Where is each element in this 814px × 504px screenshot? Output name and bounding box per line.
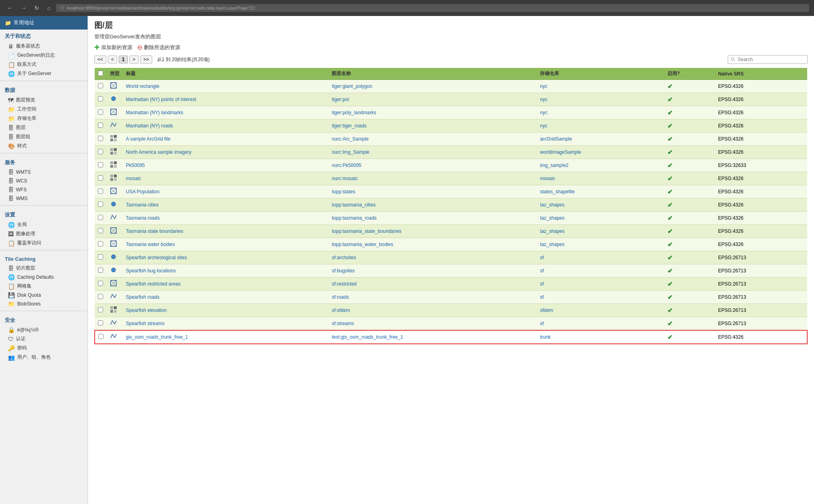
forward-button[interactable]: → — [18, 3, 29, 13]
prev-page-button[interactable]: < — [108, 56, 117, 63]
row-checkbox[interactable] — [98, 241, 103, 246]
row-store-link[interactable]: img_sample2 — [540, 163, 568, 168]
next-page-button[interactable]: > — [129, 56, 139, 63]
url-bar[interactable]: 🛡 localhost:8899/geoserver/web/wicket/bo… — [56, 4, 809, 12]
row-checkbox[interactable] — [98, 281, 103, 286]
row-title-link[interactable]: mosaic — [126, 176, 141, 181]
row-layer-name-link[interactable]: tiger:tiger_roads — [332, 123, 366, 129]
sidebar-item-about[interactable]: 🌐 关于 GeoServer — [0, 69, 88, 78]
row-layer-name-link[interactable]: topp:tasmania_state_boundaries — [332, 228, 401, 234]
row-store-link[interactable]: sf — [540, 268, 543, 274]
row-checkbox[interactable] — [98, 202, 103, 207]
row-checkbox[interactable] — [98, 228, 103, 233]
row-layer-name-link[interactable]: sf:streams — [332, 321, 354, 326]
row-title-link[interactable]: Spearfish restricted areas — [126, 281, 181, 287]
row-checkbox[interactable] — [98, 83, 103, 88]
sidebar-item-auth[interactable]: 🛡 认证 — [0, 334, 88, 343]
row-store-link[interactable]: taz_shapes — [540, 228, 564, 234]
row-layer-name-link[interactable]: topp:tasmania_roads — [332, 215, 376, 221]
row-checkbox[interactable] — [98, 149, 103, 154]
row-layer-name-link[interactable]: sf:restricted — [332, 281, 356, 287]
row-store-link[interactable]: nyc — [540, 110, 547, 115]
row-layer-name-link[interactable]: topp:states — [332, 189, 355, 194]
sidebar-item-layer-preview[interactable]: 🗺 图层预览 — [0, 95, 88, 105]
row-title-link[interactable]: Manhattan (NY) landmarks — [126, 110, 183, 115]
row-store-link[interactable]: states_shapefile — [540, 189, 575, 194]
row-layer-name-link[interactable]: tiger:giant_polygon — [332, 83, 372, 89]
row-title-link[interactable]: Tasmania water bodies — [126, 242, 175, 247]
row-checkbox[interactable] — [98, 268, 103, 273]
sidebar-item-coverage[interactable]: 📋 覆盖率访问 — [0, 238, 88, 248]
row-layer-name-link[interactable]: nurc:mosaic — [332, 176, 358, 181]
sidebar-item-security-settings[interactable]: 🔒 è@¾ç½® — [0, 325, 88, 334]
sidebar-item-password[interactable]: 🔑 密码 — [0, 343, 88, 353]
sidebar-item-store[interactable]: 📁 存储仓库 — [0, 114, 88, 123]
row-title-link[interactable]: Spearfish streams — [126, 321, 165, 326]
row-title-link[interactable]: Tasmania cities — [126, 202, 159, 208]
sidebar-item-contact[interactable]: 📋 联系方式 — [0, 60, 88, 69]
back-button[interactable]: ← — [5, 3, 15, 13]
sidebar-item-wms[interactable]: 🗄 WMS — [0, 194, 88, 203]
sidebar-item-image-processing[interactable]: 🖼 图像处理 — [0, 229, 88, 238]
sidebar-item-style[interactable]: 🎨 样式 — [0, 141, 88, 151]
row-layer-name-link[interactable]: sf:sfdem — [332, 308, 350, 313]
row-checkbox[interactable] — [98, 162, 103, 167]
row-title-link[interactable]: Tasmania roads — [126, 215, 160, 221]
sidebar-item-blobstores[interactable]: 📁 BlobStores — [0, 300, 88, 308]
refresh-button[interactable]: ↻ — [32, 3, 42, 13]
row-title-link[interactable]: USA Population — [126, 189, 159, 194]
row-title-link[interactable]: A sample ArcGrid file — [126, 136, 170, 142]
sidebar-item-wcs[interactable]: 🗄 WCS — [0, 177, 88, 185]
sidebar-item-wfs[interactable]: 🗄 WFS — [0, 185, 88, 194]
row-store-link[interactable]: taz_shapes — [540, 242, 564, 247]
row-store-link[interactable]: nyc — [540, 83, 547, 89]
row-layer-name-link[interactable]: tiger:poly_landmarks — [332, 110, 376, 115]
sidebar-item-wmts[interactable]: 🗄 WMTS — [0, 168, 88, 177]
row-checkbox[interactable] — [98, 109, 103, 115]
row-layer-name-link[interactable]: topp:tasmania_cities — [332, 202, 375, 208]
sidebar-item-global[interactable]: 🌐 全局 — [0, 220, 88, 229]
add-resource-button[interactable]: ✚ 添加新的资源 — [94, 44, 132, 51]
row-checkbox[interactable] — [98, 254, 103, 260]
sidebar-item-geoserver-log[interactable]: 📄 GeoServer的日志 — [0, 51, 88, 60]
sidebar-item-gridsets[interactable]: 📋 网格集 — [0, 282, 88, 291]
row-checkbox[interactable] — [98, 215, 103, 220]
row-checkbox[interactable] — [98, 96, 103, 101]
row-layer-name-link[interactable]: sf:archsites — [332, 255, 356, 260]
row-store-link[interactable]: taz_shapes — [540, 202, 564, 208]
sidebar-item-caching-defaults[interactable]: 🌐 Caching Defaults — [0, 273, 88, 282]
sidebar-item-tile-layers[interactable]: 🗄 切片图层 — [0, 264, 88, 273]
row-checkbox[interactable] — [98, 189, 103, 194]
delete-selected-button[interactable]: ⊖ 删除所选的资源 — [137, 44, 180, 51]
row-layer-name-link[interactable]: nurc:Pk50095 — [332, 163, 361, 168]
row-store-link[interactable]: sf — [540, 321, 543, 326]
row-store-link[interactable]: sf — [540, 281, 543, 287]
row-layer-name-link[interactable]: tiger:poi — [332, 97, 349, 102]
sidebar-item-layer[interactable]: 🗄 图层 — [0, 123, 88, 132]
row-store-link[interactable]: sfdem — [540, 308, 553, 313]
row-store-link[interactable]: sf — [540, 255, 543, 260]
row-store-link[interactable]: nyc — [540, 123, 547, 129]
row-title-link[interactable]: Manhattan (NY) points of interest — [126, 97, 196, 102]
row-store-link[interactable]: mosaic — [540, 176, 555, 181]
sidebar-item-server-status[interactable]: 🖥 服务器状态 — [0, 42, 88, 51]
row-title-link[interactable]: Tasmania state boundaries — [126, 228, 183, 234]
row-store-link[interactable]: nyc — [540, 97, 547, 102]
row-title-link[interactable]: gis_osm_roads_trunk_free_1 — [126, 334, 188, 340]
row-layer-name-link[interactable]: nurc:Img_Sample — [332, 149, 369, 155]
row-store-link[interactable]: sf — [540, 294, 543, 300]
row-layer-name-link[interactable]: sf:roads — [332, 294, 349, 300]
select-all-checkbox[interactable] — [98, 71, 103, 76]
bookmarks-header[interactable]: 📁 常用地址 — [0, 16, 88, 30]
row-checkbox[interactable] — [98, 294, 103, 299]
row-layer-name-link[interactable]: topp:tasmania_water_bodies — [332, 242, 393, 247]
row-title-link[interactable]: Spearfish archeological sites — [126, 255, 187, 260]
row-store-link[interactable]: taz_shapes — [540, 215, 564, 221]
current-page-button[interactable]: 1 — [119, 56, 128, 63]
row-checkbox[interactable] — [98, 175, 103, 181]
sidebar-item-users[interactable]: 👥 用户、组、角色 — [0, 353, 88, 362]
row-title-link[interactable]: Pk50095 — [126, 163, 145, 168]
row-checkbox[interactable] — [98, 307, 103, 312]
home-button[interactable]: ⌂ — [45, 3, 53, 13]
row-store-link[interactable]: trunk — [540, 334, 551, 340]
